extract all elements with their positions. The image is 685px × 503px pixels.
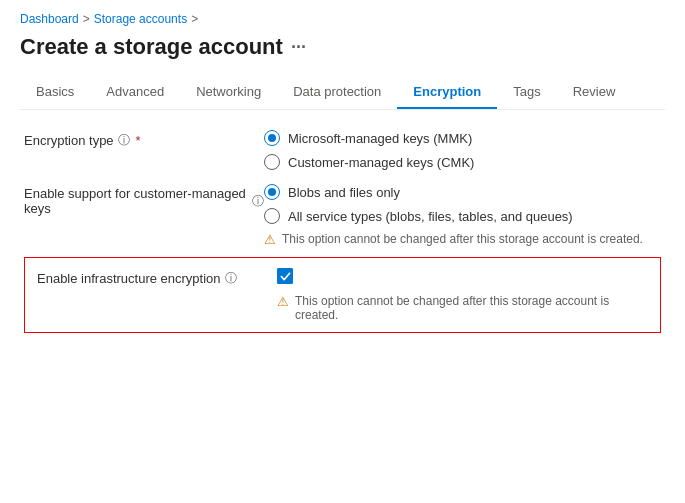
infrastructure-encryption-controls: ⚠ This option cannot be changed after th… [277, 268, 648, 322]
infrastructure-encryption-warning-text: This option cannot be changed after this… [295, 294, 648, 322]
tab-data-protection[interactable]: Data protection [277, 76, 397, 109]
radio-cmk-label: Customer-managed keys (CMK) [288, 155, 474, 170]
customer-managed-keys-controls: Blobs and files only All service types (… [264, 184, 661, 247]
encryption-type-controls: Microsoft-managed keys (MMK) Customer-ma… [264, 130, 661, 178]
breadcrumb-sep1: > [83, 12, 90, 26]
tab-encryption[interactable]: Encryption [397, 76, 497, 109]
customer-managed-keys-warning: ⚠ This option cannot be changed after th… [264, 232, 661, 247]
encryption-type-label: Encryption type ⓘ * [24, 130, 264, 149]
infrastructure-encryption-checkbox[interactable] [277, 268, 293, 284]
tab-basics[interactable]: Basics [20, 76, 90, 109]
radio-cmk[interactable]: Customer-managed keys (CMK) [264, 154, 661, 170]
tab-review[interactable]: Review [557, 76, 632, 109]
radio-cmk-circle[interactable] [264, 154, 280, 170]
page-title-ellipsis: ··· [291, 37, 306, 58]
radio-blobs-files-label: Blobs and files only [288, 185, 400, 200]
customer-managed-keys-warning-text: This option cannot be changed after this… [282, 232, 643, 246]
radio-mmk-circle[interactable] [264, 130, 280, 146]
infrastructure-encryption-warning: ⚠ This option cannot be changed after th… [277, 294, 648, 322]
breadcrumb-sep2: > [191, 12, 198, 26]
infrastructure-encryption-label: Enable infrastructure encryption ⓘ [37, 268, 277, 287]
radio-all-services-label: All service types (blobs, files, tables,… [288, 209, 573, 224]
tab-tags[interactable]: Tags [497, 76, 556, 109]
encryption-type-info-icon[interactable]: ⓘ [118, 132, 130, 149]
customer-managed-keys-label: Enable support for customer-managed keys… [24, 184, 264, 216]
breadcrumb: Dashboard > Storage accounts > [20, 12, 665, 26]
form-content: Encryption type ⓘ * Microsoft-managed ke… [20, 130, 665, 333]
infrastructure-encryption-row: Enable infrastructure encryption ⓘ ⚠ Thi… [24, 257, 661, 333]
infrastructure-encryption-info-icon[interactable]: ⓘ [225, 270, 237, 287]
radio-all-services[interactable]: All service types (blobs, files, tables,… [264, 208, 661, 224]
radio-mmk[interactable]: Microsoft-managed keys (MMK) [264, 130, 661, 146]
page-title: Create a storage account ··· [20, 34, 665, 60]
customer-managed-keys-row: Enable support for customer-managed keys… [24, 184, 661, 247]
radio-mmk-label: Microsoft-managed keys (MMK) [288, 131, 472, 146]
radio-blobs-files-circle[interactable] [264, 184, 280, 200]
breadcrumb-dashboard[interactable]: Dashboard [20, 12, 79, 26]
radio-all-services-circle[interactable] [264, 208, 280, 224]
customer-managed-keys-info-icon[interactable]: ⓘ [252, 193, 264, 210]
checkmark-icon [280, 271, 291, 282]
radio-blobs-files[interactable]: Blobs and files only [264, 184, 661, 200]
tab-advanced[interactable]: Advanced [90, 76, 180, 109]
infrastructure-encryption-checkbox-wrap [277, 268, 648, 284]
encryption-type-row: Encryption type ⓘ * Microsoft-managed ke… [24, 130, 661, 178]
warning-icon-infra: ⚠ [277, 294, 289, 309]
breadcrumb-storage-accounts[interactable]: Storage accounts [94, 12, 187, 26]
tab-networking[interactable]: Networking [180, 76, 277, 109]
encryption-type-required: * [136, 133, 141, 148]
warning-icon-cmk: ⚠ [264, 232, 276, 247]
tab-bar: Basics Advanced Networking Data protecti… [20, 76, 665, 110]
